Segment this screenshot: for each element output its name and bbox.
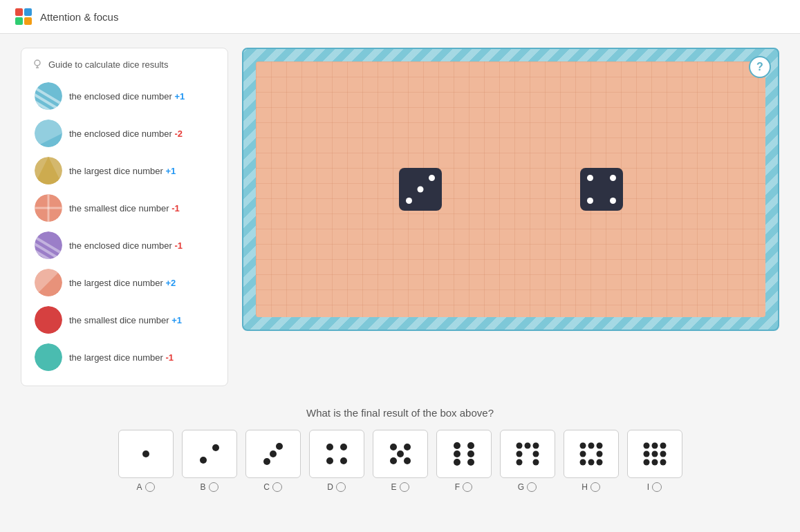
svg-point-33 [212,444,219,451]
svg-point-44 [397,450,404,457]
answer-label-e: E [391,482,409,492]
svg-point-45 [390,457,397,464]
guide-item-5-text: the enclosed dice number -1 [69,240,183,251]
radio-e[interactable] [400,482,409,492]
dice-2 [580,168,623,211]
svg-point-55 [532,443,539,449]
radio-f[interactable] [463,482,472,492]
answer-option-g[interactable]: G [500,430,555,492]
main-content: Guide to calculate dice results [0,34,800,513]
answer-dots-b [192,437,227,471]
answer-option-c[interactable]: C [245,430,301,492]
guide-title-text: Guide to calculate dice results [48,59,168,70]
dice-1 [399,168,442,211]
guide-icon-8 [35,343,62,371]
answer-option-e[interactable]: E [373,430,428,492]
guide-icon-5 [35,231,62,259]
radio-c[interactable] [272,482,282,492]
svg-point-64 [596,451,602,457]
answer-label-c: C [263,482,282,492]
svg-point-74 [643,459,649,466]
answer-option-b[interactable]: B [182,430,237,492]
svg-point-38 [326,444,333,450]
guide-icon-1 [35,82,62,110]
svg-point-66 [588,459,594,466]
dice-inner [256,61,765,317]
guide-title: Guide to calculate dice results [32,59,217,70]
svg-point-73 [660,451,666,457]
help-button[interactable]: ? [749,56,771,78]
guide-item-1-text: the enclosed dice number +1 [69,91,185,102]
dot [587,198,593,204]
svg-point-43 [404,444,411,450]
svg-rect-3 [24,17,32,25]
guide-item-4-text: the smallest dice number -1 [69,203,180,213]
answer-option-i[interactable]: I [627,430,682,492]
svg-point-30 [35,306,62,334]
svg-point-76 [660,459,666,466]
radio-i[interactable] [652,482,662,492]
radio-a[interactable] [145,482,155,492]
answer-label-d: D [327,482,346,492]
svg-point-47 [454,442,461,449]
svg-point-71 [643,451,649,457]
guide-item-2-text: the enclosed dice number -2 [69,129,183,139]
svg-point-65 [579,459,586,466]
guide-item-7-text: the smallest dice number +1 [69,315,182,325]
svg-point-53 [516,443,522,449]
radio-b[interactable] [209,482,218,492]
dot [610,198,616,204]
answer-dots-f [447,437,481,471]
guide-item-6: the largest dice number +2 [32,265,217,301]
radio-h[interactable] [590,482,600,492]
dot [429,175,435,181]
svg-point-72 [651,451,658,457]
svg-point-40 [326,457,333,464]
svg-point-52 [467,459,474,466]
svg-point-35 [276,443,283,450]
svg-point-37 [263,458,270,465]
guide-items: the enclosed dice number +1 the enclosed… [32,78,217,375]
answer-options: A B [21,430,779,492]
guide-item-3: the largest dice number +1 [32,153,217,189]
radio-d[interactable] [336,482,346,492]
question-section: What is the final result of the box abov… [21,400,779,499]
dice-canvas-wrapper: ? [242,48,779,331]
guide-item-1: the enclosed dice number +1 [32,78,217,114]
answer-dots-g [510,437,545,471]
svg-point-68 [643,443,649,449]
svg-rect-0 [15,8,23,16]
dice-container [399,168,623,211]
svg-point-42 [390,444,397,450]
answer-dots-a [129,437,163,471]
svg-rect-2 [15,17,23,25]
answer-option-d[interactable]: D [309,430,364,492]
svg-point-67 [596,459,602,466]
svg-point-51 [454,459,461,466]
svg-point-4 [35,60,40,66]
app-header: Attention & focus [0,0,800,34]
guide-item-4: the smallest dice number -1 [32,190,217,226]
svg-point-69 [651,443,658,449]
guide-icon-6 [35,269,62,296]
guide-item-8-text: the largest dice number -1 [69,352,174,363]
top-section: Guide to calculate dice results [21,48,779,386]
svg-point-36 [270,450,277,457]
answer-card-f [436,430,492,478]
svg-point-62 [596,443,602,449]
answer-option-h[interactable]: H [564,430,619,492]
radio-g[interactable] [527,482,537,492]
answer-dots-e [383,437,418,471]
answer-label-i: I [647,482,662,492]
answer-option-f[interactable]: F [436,430,492,492]
svg-point-34 [200,457,207,464]
svg-point-57 [532,451,539,457]
guide-item-3-text: the largest dice number +1 [69,166,176,176]
guide-item-7: the smallest dice number +1 [32,302,217,338]
svg-point-60 [579,443,586,449]
answer-card-h [564,430,619,478]
guide-item-2: the enclosed dice number -2 [32,115,217,151]
answer-label-a: A [136,482,154,492]
answer-option-a[interactable]: A [118,430,174,492]
answer-card-b [182,430,237,478]
